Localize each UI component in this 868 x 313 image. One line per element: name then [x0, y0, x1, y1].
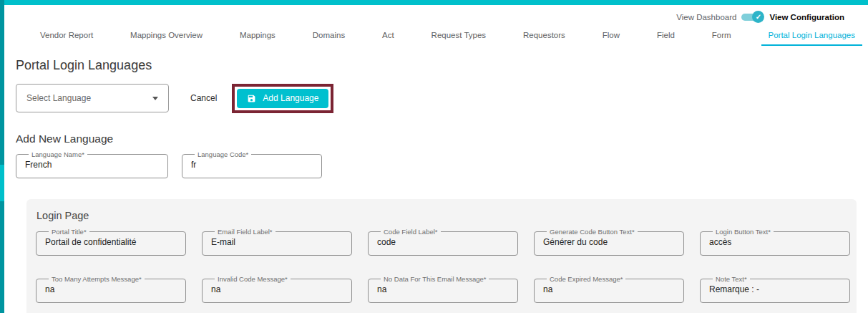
- field-value: na: [45, 284, 180, 294]
- field-label: Portal Title*: [49, 228, 89, 236]
- tab-field[interactable]: Field: [650, 31, 682, 46]
- field-no-data-for-this-email-message[interactable]: No Data For This Email Message* na: [368, 276, 518, 303]
- tab-bar: Vendor Report Mappings Overview Mappings…: [4, 23, 868, 46]
- login-page-heading: Login Page: [36, 210, 847, 221]
- cancel-button[interactable]: Cancel: [186, 92, 221, 104]
- field-value: Générer du code: [543, 237, 678, 247]
- field-label: Generate Code Button Text*: [547, 228, 638, 236]
- view-toggle-row: View Dashboard ✓ View Configuration: [4, 5, 868, 23]
- field-generate-code-button-text[interactable]: Generate Code Button Text* Générer du co…: [534, 228, 684, 256]
- field-email-field-label[interactable]: Email Field Label* E-mail: [202, 228, 352, 256]
- add-language-button[interactable]: Add Language: [237, 89, 328, 108]
- field-value: na: [377, 284, 512, 294]
- field-value: Portail de confidentialité: [45, 237, 180, 247]
- view-configuration-label: View Configuration: [769, 13, 844, 21]
- field-value: na: [543, 284, 678, 294]
- field-label: Language Name*: [29, 151, 87, 158]
- annotation-highlight-box: Add Language: [232, 84, 333, 113]
- field-value: na: [211, 284, 346, 294]
- tab-request-types[interactable]: Request Types: [424, 31, 494, 46]
- field-value: French: [25, 160, 162, 170]
- login-page-card: Login Page Portal Title* Portail de conf…: [26, 199, 857, 313]
- field-language-name[interactable]: Language Name* French: [16, 151, 168, 178]
- field-label: Invalid Code Message*: [215, 276, 291, 283]
- field-code-field-label[interactable]: Code Field Label* code: [368, 228, 518, 256]
- field-portal-title[interactable]: Portal Title* Portail de confidentialité: [36, 228, 186, 256]
- field-code-expired-message[interactable]: Code Expired Message* na: [534, 276, 684, 303]
- field-label: Language Code*: [195, 151, 251, 158]
- field-label: Too Many Attempts Message*: [49, 276, 145, 283]
- field-value: fr: [191, 160, 316, 170]
- add-new-language-fields: Language Name* French Language Code* fr: [16, 151, 868, 178]
- page-title: Portal Login Languages: [16, 58, 868, 73]
- field-label: Email Field Label*: [215, 228, 275, 236]
- tab-requestors[interactable]: Requestors: [516, 31, 572, 46]
- field-label: Code Field Label*: [381, 228, 441, 236]
- field-label: Login Button Text*: [713, 228, 774, 236]
- field-value: accès: [709, 237, 844, 247]
- check-icon: ✓: [752, 11, 764, 23]
- field-note-text[interactable]: Note Text* Remarque : -: [700, 276, 850, 303]
- add-new-language-heading: Add New Language: [16, 133, 868, 145]
- view-mode-toggle[interactable]: ✓: [741, 11, 764, 23]
- field-label: Note Text*: [713, 276, 750, 283]
- field-value: E-mail: [211, 237, 346, 247]
- field-value: code: [377, 237, 512, 247]
- left-accent-bar: [0, 0, 4, 313]
- field-too-many-attempts-message[interactable]: Too Many Attempts Message* na: [36, 276, 186, 303]
- tab-vendor-report[interactable]: Vendor Report: [33, 31, 100, 46]
- tab-act[interactable]: Act: [375, 31, 401, 46]
- main-content: View Dashboard ✓ View Configuration Vend…: [4, 5, 868, 313]
- field-invalid-code-message[interactable]: Invalid Code Message* na: [202, 276, 352, 303]
- field-value: Remarque : -: [709, 284, 844, 294]
- chevron-down-icon: [152, 97, 158, 100]
- save-icon: [247, 94, 256, 103]
- tab-flow[interactable]: Flow: [595, 31, 627, 46]
- top-accent-bar: [0, 0, 868, 5]
- tab-portal-login-languages[interactable]: Portal Login Languages: [761, 31, 863, 46]
- tab-mappings[interactable]: Mappings: [233, 31, 283, 46]
- language-select[interactable]: Select Language: [16, 84, 169, 112]
- view-dashboard-label: View Dashboard: [676, 13, 736, 21]
- tab-domains[interactable]: Domains: [306, 31, 352, 46]
- language-select-value: Select Language: [26, 93, 91, 103]
- field-login-button-text[interactable]: Login Button Text* accès: [700, 228, 850, 256]
- login-page-field-grid: Portal Title* Portail de confidentialité…: [36, 228, 847, 303]
- field-label: Code Expired Message*: [547, 276, 625, 283]
- add-language-button-label: Add Language: [263, 93, 318, 103]
- field-label: No Data For This Email Message*: [381, 276, 489, 283]
- tab-mappings-overview[interactable]: Mappings Overview: [123, 31, 210, 46]
- action-row: Select Language Cancel Add Language: [16, 82, 868, 115]
- field-language-code[interactable]: Language Code* fr: [182, 151, 322, 178]
- left-scrollbar-thumb[interactable]: [0, 165, 4, 201]
- tab-form[interactable]: Form: [705, 31, 738, 46]
